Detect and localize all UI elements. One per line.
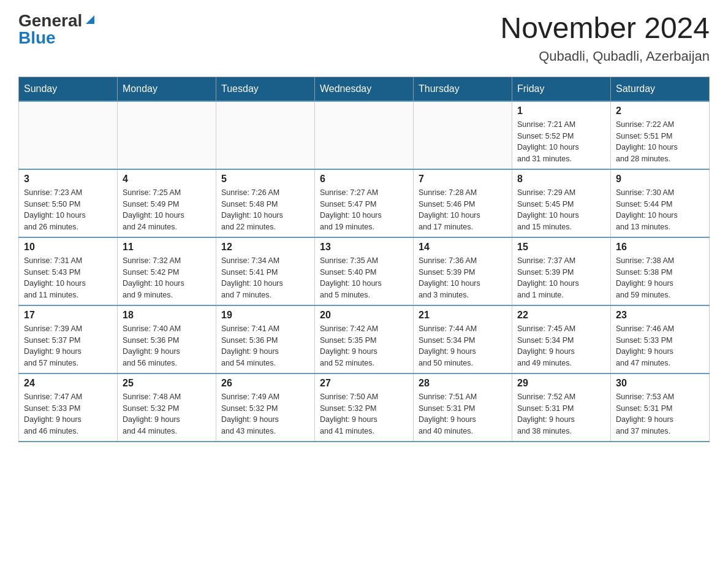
day-info: Sunrise: 7:45 AM Sunset: 5:34 PM Dayligh… <box>517 323 605 369</box>
day-cell: 19Sunrise: 7:41 AM Sunset: 5:36 PM Dayli… <box>216 305 315 373</box>
day-number: 14 <box>419 242 507 253</box>
weekday-header-wednesday: Wednesday <box>315 77 414 101</box>
day-number: 21 <box>419 310 507 321</box>
day-info: Sunrise: 7:39 AM Sunset: 5:37 PM Dayligh… <box>24 323 112 369</box>
day-number: 10 <box>24 242 112 253</box>
day-number: 17 <box>24 310 112 321</box>
day-number: 24 <box>24 378 112 389</box>
logo-blue-text: Blue <box>18 29 56 47</box>
day-info: Sunrise: 7:38 AM Sunset: 5:38 PM Dayligh… <box>616 255 704 301</box>
day-cell: 7Sunrise: 7:28 AM Sunset: 5:46 PM Daylig… <box>414 169 512 237</box>
day-cell: 27Sunrise: 7:50 AM Sunset: 5:32 PM Dayli… <box>315 373 414 442</box>
location-title: Qubadli, Qubadli, Azerbaijan <box>500 48 710 64</box>
calendar-table: SundayMondayTuesdayWednesdayThursdayFrid… <box>18 77 710 442</box>
day-info: Sunrise: 7:34 AM Sunset: 5:41 PM Dayligh… <box>221 255 309 301</box>
day-number: 9 <box>616 174 704 185</box>
day-info: Sunrise: 7:36 AM Sunset: 5:39 PM Dayligh… <box>419 255 507 301</box>
day-number: 28 <box>419 378 507 389</box>
day-info: Sunrise: 7:32 AM Sunset: 5:42 PM Dayligh… <box>123 255 211 301</box>
day-cell: 4Sunrise: 7:25 AM Sunset: 5:49 PM Daylig… <box>118 169 216 237</box>
logo-triangle-icon <box>83 13 97 26</box>
day-number: 29 <box>517 378 605 389</box>
day-cell: 15Sunrise: 7:37 AM Sunset: 5:39 PM Dayli… <box>512 237 611 305</box>
week-row-1: 1Sunrise: 7:21 AM Sunset: 5:52 PM Daylig… <box>19 101 710 169</box>
day-number: 16 <box>616 242 704 253</box>
weekday-header-monday: Monday <box>118 77 216 101</box>
day-number: 22 <box>517 310 605 321</box>
page-header: General Blue November 2024 Qubadli, Quba… <box>18 12 710 64</box>
day-cell: 21Sunrise: 7:44 AM Sunset: 5:34 PM Dayli… <box>414 305 512 373</box>
day-cell: 6Sunrise: 7:27 AM Sunset: 5:47 PM Daylig… <box>315 169 414 237</box>
day-info: Sunrise: 7:35 AM Sunset: 5:40 PM Dayligh… <box>320 255 408 301</box>
day-info: Sunrise: 7:26 AM Sunset: 5:48 PM Dayligh… <box>221 187 309 233</box>
day-cell: 20Sunrise: 7:42 AM Sunset: 5:35 PM Dayli… <box>315 305 414 373</box>
day-cell: 5Sunrise: 7:26 AM Sunset: 5:48 PM Daylig… <box>216 169 315 237</box>
week-row-4: 17Sunrise: 7:39 AM Sunset: 5:37 PM Dayli… <box>19 305 710 373</box>
day-cell: 11Sunrise: 7:32 AM Sunset: 5:42 PM Dayli… <box>118 237 216 305</box>
day-info: Sunrise: 7:29 AM Sunset: 5:45 PM Dayligh… <box>517 187 605 233</box>
day-info: Sunrise: 7:52 AM Sunset: 5:31 PM Dayligh… <box>517 391 605 437</box>
day-number: 26 <box>221 378 309 389</box>
day-number: 2 <box>616 105 704 117</box>
day-cell: 9Sunrise: 7:30 AM Sunset: 5:44 PM Daylig… <box>611 169 710 237</box>
weekday-header-friday: Friday <box>512 77 611 101</box>
day-cell: 29Sunrise: 7:52 AM Sunset: 5:31 PM Dayli… <box>512 373 611 442</box>
day-number: 23 <box>616 310 704 321</box>
day-cell: 3Sunrise: 7:23 AM Sunset: 5:50 PM Daylig… <box>19 169 118 237</box>
day-info: Sunrise: 7:21 AM Sunset: 5:52 PM Dayligh… <box>517 119 605 165</box>
day-cell: 26Sunrise: 7:49 AM Sunset: 5:32 PM Dayli… <box>216 373 315 442</box>
day-cell: 10Sunrise: 7:31 AM Sunset: 5:43 PM Dayli… <box>19 237 118 305</box>
day-info: Sunrise: 7:53 AM Sunset: 5:31 PM Dayligh… <box>616 391 704 437</box>
day-info: Sunrise: 7:37 AM Sunset: 5:39 PM Dayligh… <box>517 255 605 301</box>
day-number: 1 <box>517 105 605 117</box>
day-cell: 28Sunrise: 7:51 AM Sunset: 5:31 PM Dayli… <box>414 373 512 442</box>
day-number: 4 <box>123 174 211 185</box>
day-number: 7 <box>419 174 507 185</box>
title-block: November 2024 Qubadli, Qubadli, Azerbaij… <box>500 12 710 64</box>
day-info: Sunrise: 7:46 AM Sunset: 5:33 PM Dayligh… <box>616 323 704 369</box>
day-cell: 13Sunrise: 7:35 AM Sunset: 5:40 PM Dayli… <box>315 237 414 305</box>
day-cell: 24Sunrise: 7:47 AM Sunset: 5:33 PM Dayli… <box>19 373 118 442</box>
day-info: Sunrise: 7:42 AM Sunset: 5:35 PM Dayligh… <box>320 323 408 369</box>
day-info: Sunrise: 7:31 AM Sunset: 5:43 PM Dayligh… <box>24 255 112 301</box>
day-number: 20 <box>320 310 408 321</box>
day-number: 27 <box>320 378 408 389</box>
day-cell: 30Sunrise: 7:53 AM Sunset: 5:31 PM Dayli… <box>611 373 710 442</box>
week-row-3: 10Sunrise: 7:31 AM Sunset: 5:43 PM Dayli… <box>19 237 710 305</box>
logo: General Blue <box>18 12 97 47</box>
day-cell: 23Sunrise: 7:46 AM Sunset: 5:33 PM Dayli… <box>611 305 710 373</box>
day-cell <box>19 101 118 169</box>
week-row-5: 24Sunrise: 7:47 AM Sunset: 5:33 PM Dayli… <box>19 373 710 442</box>
day-info: Sunrise: 7:40 AM Sunset: 5:36 PM Dayligh… <box>123 323 211 369</box>
day-number: 3 <box>24 174 112 185</box>
day-cell: 18Sunrise: 7:40 AM Sunset: 5:36 PM Dayli… <box>118 305 216 373</box>
weekday-header-tuesday: Tuesday <box>216 77 315 101</box>
day-number: 5 <box>221 174 309 185</box>
day-cell <box>118 101 216 169</box>
day-info: Sunrise: 7:51 AM Sunset: 5:31 PM Dayligh… <box>419 391 507 437</box>
svg-marker-0 <box>86 15 94 24</box>
day-info: Sunrise: 7:41 AM Sunset: 5:36 PM Dayligh… <box>221 323 309 369</box>
day-number: 8 <box>517 174 605 185</box>
day-cell: 25Sunrise: 7:48 AM Sunset: 5:32 PM Dayli… <box>118 373 216 442</box>
day-info: Sunrise: 7:23 AM Sunset: 5:50 PM Dayligh… <box>24 187 112 233</box>
day-number: 19 <box>221 310 309 321</box>
logo-general-text: General <box>18 12 82 29</box>
day-number: 11 <box>123 242 211 253</box>
weekday-header-sunday: Sunday <box>19 77 118 101</box>
day-number: 30 <box>616 378 704 389</box>
day-cell: 22Sunrise: 7:45 AM Sunset: 5:34 PM Dayli… <box>512 305 611 373</box>
weekday-header-saturday: Saturday <box>611 77 710 101</box>
day-number: 6 <box>320 174 408 185</box>
weekday-header-thursday: Thursday <box>414 77 512 101</box>
weekday-header-row: SundayMondayTuesdayWednesdayThursdayFrid… <box>19 77 710 101</box>
day-number: 13 <box>320 242 408 253</box>
day-info: Sunrise: 7:30 AM Sunset: 5:44 PM Dayligh… <box>616 187 704 233</box>
day-number: 15 <box>517 242 605 253</box>
day-info: Sunrise: 7:47 AM Sunset: 5:33 PM Dayligh… <box>24 391 112 437</box>
day-info: Sunrise: 7:22 AM Sunset: 5:51 PM Dayligh… <box>616 119 704 165</box>
day-info: Sunrise: 7:27 AM Sunset: 5:47 PM Dayligh… <box>320 187 408 233</box>
day-cell: 16Sunrise: 7:38 AM Sunset: 5:38 PM Dayli… <box>611 237 710 305</box>
week-row-2: 3Sunrise: 7:23 AM Sunset: 5:50 PM Daylig… <box>19 169 710 237</box>
day-info: Sunrise: 7:25 AM Sunset: 5:49 PM Dayligh… <box>123 187 211 233</box>
